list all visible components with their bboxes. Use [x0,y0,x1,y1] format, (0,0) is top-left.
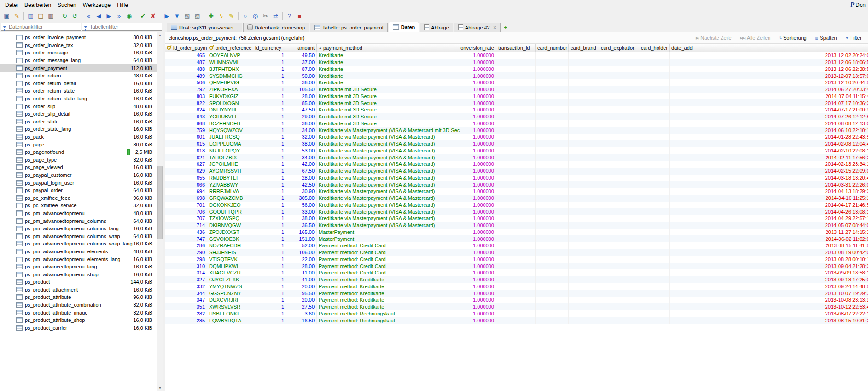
post-changes-button[interactable]: ✔ [138,11,148,21]
reformat-button[interactable]: ⇄ [271,11,280,21]
table-row[interactable]: 655RMJDBYTLT128.00Kreditkarte via Master… [165,175,868,181]
table-row[interactable]: 618NRJEFOPQY153.00Kreditkarte via Master… [165,147,868,154]
previous-row-button[interactable]: ◀ [94,11,104,21]
table-item-ps_paypal_order[interactable]: ps_paypal_order64,0 KiB [0,187,157,194]
scroll-up-icon[interactable]: ▲ [157,32,163,38]
table-item-ps_product_attachment[interactable]: ps_product_attachment16,0 KiB [0,286,157,294]
column-header-amount[interactable]: amount [286,44,317,52]
table-item-ps_page_type[interactable]: ps_page_type32,0 KiB [0,156,157,164]
cut-button[interactable]: ✂ [261,11,270,21]
tab-daten[interactable]: Daten [389,22,419,32]
tab-database[interactable]: Datenbank: cloneshop [243,23,309,32]
column-header-payment_method[interactable]: ▲payment_method [317,44,460,52]
columns-button[interactable]: ▥Spalten [815,35,837,41]
table-row[interactable]: 824DNFIYNYHL147.50Kreditkarte mit 3D Sec… [165,106,868,113]
table-item-ps_pm_advancedtopmenu_lang[interactable]: ps_pm_advancedtopmenu_lang16,0 KiB [0,263,157,271]
table-item-ps_page_viewed[interactable]: ps_page_viewed16,0 KiB [0,163,157,171]
table-row[interactable]: 327OJYCEZEXK141.00Payment method: Kredit… [165,276,868,283]
table-row[interactable]: 666YZIVABBWY142.50Kreditkarte via Master… [165,181,868,188]
menu-bearbeiten[interactable]: Bearbeiten [21,1,54,9]
cancel-editing-button[interactable]: ✘ [148,11,158,21]
table-item-ps_product_attribute[interactable]: ps_product_attribute96,0 KiB [0,293,157,301]
table-row[interactable]: 714DKIRNVQGW136.50Kreditkarte via Master… [165,222,868,229]
column-header-card_expiration[interactable]: card_expiration [599,44,639,52]
table-row[interactable]: 351XWRSVLVSR127.50Payment method: Kredit… [165,303,868,310]
lightning-button[interactable]: ϟ [216,11,226,21]
tab-host[interactable]: Host: sql311.your-server... [167,23,242,32]
menu-hilfe[interactable]: Hilfe [114,1,131,9]
sorting-button[interactable]: ⇅Sortierung [779,35,806,41]
execute-sql-options-button[interactable]: ▼ [172,11,182,21]
print-button[interactable]: ▦ [46,11,56,21]
table-row[interactable]: 601JUAEFRCSQ132.00Kreditkarte via Master… [165,134,868,140]
all-rows-button[interactable]: ▶▶|Alle Zeilen [740,35,771,41]
table-item-ps_pm_advancedtopmenu_shop[interactable]: ps_pm_advancedtopmenu_shop16,0 KiB [0,270,157,278]
search-button[interactable]: ○ [240,11,250,21]
menu-werkzeuge[interactable]: Werkzeuge [80,1,114,9]
table-row[interactable]: 822SPOLIXOGN185.00Kreditkarte mit 3D Sec… [165,99,868,106]
table-row[interactable]: 285FQWBYRQTA116.50Payment method: Rechnu… [165,317,868,324]
save-sql-button[interactable]: ▨ [192,11,202,21]
table-row[interactable]: 465OOYEALNVP149.50Kreditkarte1.000000201… [165,52,868,59]
table-item-ps_order_payment[interactable]: ps_order_payment112,0 KiB [0,64,157,72]
table-item-ps_pm_advancedtopmenu_columns_lang[interactable]: ps_pm_advancedtopmenu_columns_lang16,0 K… [0,225,157,233]
create-new-button[interactable]: ✚ [206,11,216,21]
table-item-ps_pack[interactable]: ps_pack16,0 KiB [0,133,157,141]
table-row[interactable]: 347DUXCVRJRF120.00Payment method: Kredit… [165,297,868,303]
table-item-ps_order_invoice_payment[interactable]: ps_order_invoice_payment80,0 KiB [0,34,157,41]
table-item-ps_pm_advancedtopmenu[interactable]: ps_pm_advancedtopmenu48,0 KiB [0,210,157,217]
table-item-ps_paypal_customer[interactable]: ps_paypal_customer16,0 KiB [0,171,157,179]
table-row[interactable]: 489SYSDMMCHG150.00Kreditkarte1.000000201… [165,72,868,79]
table-filter-input[interactable] [89,23,160,30]
column-header-card_number[interactable]: card_number [536,44,569,52]
table-item-ps_pm_advancedtopmenu_elements_lang[interactable]: ps_pm_advancedtopmenu_elements_lang16,0 … [0,255,157,263]
column-header-card_holder[interactable]: card_holder [639,44,670,52]
load-sql-file-button[interactable]: ▧ [182,11,192,21]
table-item-ps_order_invoice_tax[interactable]: ps_order_invoice_tax32,0 KiB [0,41,157,49]
filter-button[interactable]: ▼Filter [845,35,862,41]
sidebar-scrollbar[interactable]: ▲ ▼ [157,32,163,391]
new-query-tab-button[interactable]: + [504,24,507,30]
column-header-date_add[interactable]: date_add [670,44,868,52]
table-row[interactable]: 332YMYQTNWZS120.00Payment method: Kredit… [165,283,868,290]
table-item-ps_pm_advancedtopmenu_columns[interactable]: ps_pm_advancedtopmenu_columns64,0 KiB [0,217,157,225]
table-row[interactable]: 707TZXIOWSPQ138.00Kreditkarte via Master… [165,215,868,222]
edit-session-button[interactable]: ✎ [12,11,22,21]
column-header-id_order_payment[interactable]: id_order_payment [165,44,207,52]
table-item-ps_order_message_lang[interactable]: ps_order_message_lang64,0 KiB [0,57,157,64]
table-row[interactable]: 694RRREJMLVA130.90Kreditkarte via Master… [165,188,868,195]
paste-button[interactable]: ▤ [36,11,46,21]
scrollbar-thumb[interactable] [157,166,163,239]
table-item-ps_product_attribute_combination[interactable]: ps_product_attribute_combination32,0 KiB [0,301,157,309]
table-row[interactable]: 298VTISQTEVK122.00Payment method: Credit… [165,256,868,263]
table-row[interactable]: 282HSBEEONKF13.60Payment method: Rechnun… [165,310,868,317]
last-row-button[interactable]: » [114,11,124,21]
table-item-ps_product_attribute_image[interactable]: ps_product_attribute_image32,0 KiB [0,309,157,316]
table-item-ps_order_return_state_lang[interactable]: ps_order_return_state_lang16,0 KiB [0,95,157,103]
next-row-button[interactable]: ▶|Nächste Zeile [696,35,732,41]
table-row[interactable]: 621TAHQLZBIX134.00Kreditkarte via Master… [165,154,868,161]
stop-button[interactable]: ■ [295,11,304,21]
help-info-button[interactable]: ? [285,11,294,21]
table-row[interactable]: 487WLIMNSVMI137.00Kreditkarte1.000000201… [165,59,868,66]
table-row[interactable]: 706GOOUFTQPR133.00Kreditkarte via Master… [165,208,868,215]
table-item-ps_page[interactable]: ps_page80,0 KiB [0,140,157,148]
table-row[interactable]: 698GRQWAZCMB1305.00Kreditkarte via Maste… [165,195,868,202]
highlighter-button[interactable]: ✎ [227,11,236,21]
table-row[interactable]: 792ZIPKORFXA1105.50Kreditkarte mit 3D Se… [165,86,868,93]
table-row[interactable]: 506QEMFBPVIG136.00Kreditkarte1.000000201… [165,79,868,86]
table-row[interactable]: 344GGSPCNZNY195.50Payment method: Kredit… [165,290,868,297]
table-item-ps_order_slip[interactable]: ps_order_slip48,0 KiB [0,102,157,110]
scroll-down-icon[interactable]: ▼ [157,385,163,391]
table-item-ps_pc_xmlfree_feed[interactable]: ps_pc_xmlfree_feed96,0 KiB [0,194,157,202]
column-header-id_currency[interactable]: id_currency [253,44,286,52]
table-row[interactable]: 803EUKVDXGIZ128.00Kreditkarte mit 3D Sec… [165,93,868,100]
table-item-ps_pm_advancedtopmenu_columns_wrap_lang[interactable]: ps_pm_advancedtopmenu_columns_wrap_lang1… [0,240,157,248]
tab-abfrage[interactable]: Abfrage [420,23,453,32]
search-replace-button[interactable]: ◎ [250,11,260,21]
table-item-ps_order_state[interactable]: ps_order_state16,0 KiB [0,118,157,126]
tab-abfrage-2[interactable]: Abfrage #2✕ [454,23,501,32]
table-row[interactable]: 314XUAGEVCZU111.00Payment method: Credit… [165,269,868,276]
execute-sql-button[interactable]: ▶ [162,11,172,21]
copy-button[interactable]: ▥ [26,11,35,21]
